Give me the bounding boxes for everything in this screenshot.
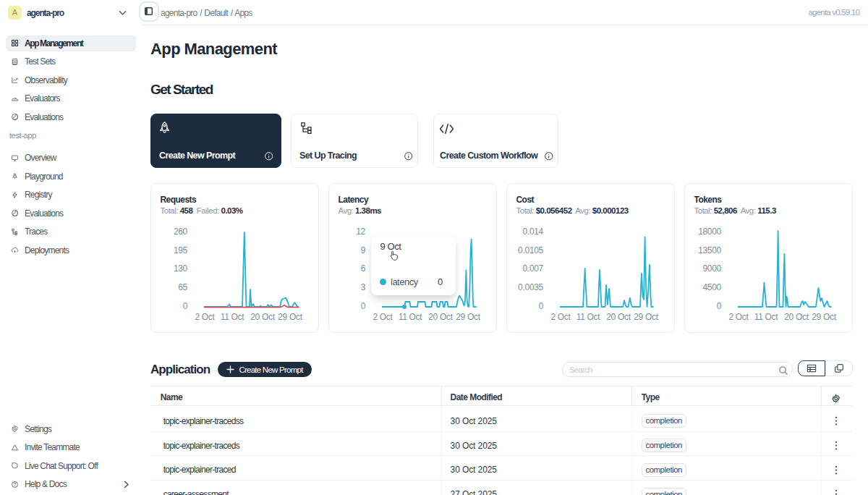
svg-text:11 Oct: 11 Oct xyxy=(399,312,423,322)
svg-text:29 Oct: 29 Oct xyxy=(456,312,481,322)
svg-text:20 Oct: 20 Oct xyxy=(784,312,809,322)
svg-text:29 Oct: 29 Oct xyxy=(812,312,837,322)
svg-text:20 Oct: 20 Oct xyxy=(428,312,454,322)
svg-text:9: 9 xyxy=(361,245,366,255)
svg-text:18000: 18000 xyxy=(698,227,721,237)
svg-text:11 Oct: 11 Oct xyxy=(576,312,601,322)
svg-text:2 Oct: 2 Oct xyxy=(550,312,571,322)
svg-text:4500: 4500 xyxy=(703,282,722,292)
svg-text:6: 6 xyxy=(361,263,366,274)
svg-text:3: 3 xyxy=(361,282,366,292)
svg-text:0.007: 0.007 xyxy=(522,263,543,274)
svg-text:20 Oct: 20 Oct xyxy=(606,312,631,322)
svg-text:29 Oct: 29 Oct xyxy=(634,312,659,322)
svg-text:29 Oct: 29 Oct xyxy=(278,312,303,322)
svg-text:9000: 9000 xyxy=(703,263,722,274)
svg-text:2 Oct: 2 Oct xyxy=(195,312,215,322)
svg-text:130: 130 xyxy=(174,263,188,274)
svg-text:0.0105: 0.0105 xyxy=(518,245,544,255)
svg-text:11 Oct: 11 Oct xyxy=(221,312,245,322)
svg-text:20 Oct: 20 Oct xyxy=(250,312,276,322)
svg-text:0: 0 xyxy=(361,301,366,311)
svg-text:2 Oct: 2 Oct xyxy=(373,312,393,322)
svg-text:0: 0 xyxy=(717,301,722,311)
svg-text:12: 12 xyxy=(356,227,365,237)
svg-text:0.014: 0.014 xyxy=(522,227,543,237)
svg-text:260: 260 xyxy=(174,227,188,237)
svg-text:195: 195 xyxy=(174,245,188,255)
svg-text:13500: 13500 xyxy=(698,245,721,255)
svg-text:2 Oct: 2 Oct xyxy=(728,312,749,322)
svg-text:0: 0 xyxy=(539,301,544,311)
svg-text:65: 65 xyxy=(178,282,187,292)
svg-text:0: 0 xyxy=(183,301,188,311)
svg-text:0.0035: 0.0035 xyxy=(518,282,544,292)
svg-text:11 Oct: 11 Oct xyxy=(754,312,779,322)
